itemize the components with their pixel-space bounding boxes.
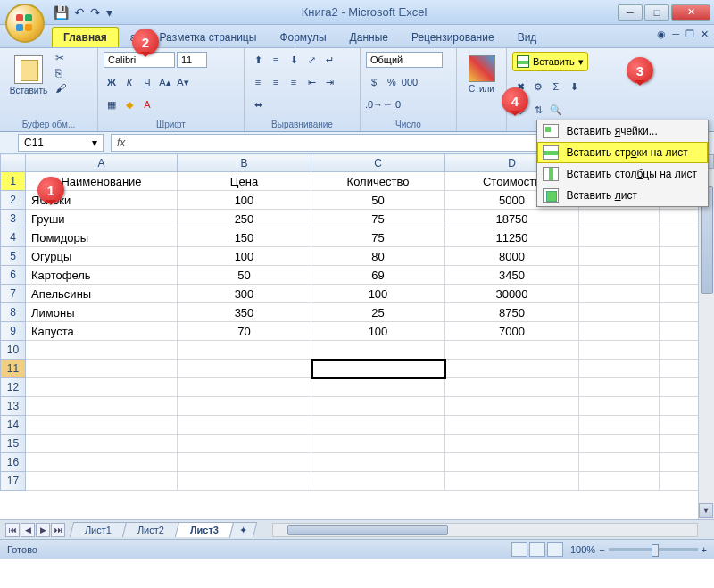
cell-C9[interactable]: 100 — [311, 322, 445, 341]
decrease-decimal-button[interactable]: ←.0 — [384, 96, 400, 112]
tab-view[interactable]: Вид — [506, 27, 549, 47]
cell-C2[interactable]: 50 — [311, 191, 445, 210]
cell-D9[interactable]: 7000 — [445, 322, 579, 341]
cut-icon[interactable]: ✂ — [55, 52, 66, 64]
prev-sheet-button[interactable]: ◀ — [21, 523, 35, 537]
copy-icon[interactable]: ⎘ — [55, 67, 66, 79]
next-sheet-button[interactable]: ▶ — [36, 523, 50, 537]
styles-button[interactable]: Стили — [462, 52, 501, 94]
maximize-button[interactable]: □ — [644, 4, 669, 21]
row-header-5[interactable]: 5 — [1, 247, 26, 266]
zoom-in-button[interactable]: + — [702, 544, 707, 555]
row-header-12[interactable]: 12 — [1, 378, 26, 397]
autosum-button[interactable]: Σ — [548, 79, 564, 95]
zoom-level[interactable]: 100% — [570, 544, 595, 555]
sheet-tab-3[interactable]: Лист3 — [175, 522, 234, 537]
row-header-3[interactable]: 3 — [1, 210, 26, 228]
format-painter-icon[interactable]: 🖌 — [55, 82, 66, 95]
increase-decimal-button[interactable]: .0→ — [366, 96, 382, 112]
tab-page-layout[interactable]: Разметка страницы — [148, 27, 269, 47]
row-header-1[interactable]: 1 — [1, 172, 26, 191]
row-header-13[interactable]: 13 — [1, 397, 26, 416]
tab-formulas[interactable]: Формулы — [268, 27, 337, 47]
format-button[interactable]: ⚙ — [530, 79, 546, 95]
bold-button[interactable]: Ж — [104, 74, 120, 90]
cell-C11[interactable] — [311, 360, 445, 378]
row-header-17[interactable]: 17 — [1, 472, 26, 491]
undo-icon[interactable]: ↶ — [74, 5, 85, 20]
first-sheet-button[interactable]: ⏮ — [5, 523, 20, 537]
fill-button[interactable]: ⬇ — [566, 79, 582, 95]
view-page-break-button[interactable] — [547, 542, 563, 557]
number-format-select[interactable] — [366, 52, 443, 68]
cell-D4[interactable]: 11250 — [445, 228, 579, 247]
comma-button[interactable]: 000 — [402, 74, 418, 90]
cell-C7[interactable]: 100 — [311, 285, 445, 303]
cell-B2[interactable]: 100 — [178, 191, 311, 210]
close-button[interactable]: ✕ — [671, 4, 710, 21]
insert-cells-split-button[interactable]: Вставить ▾ — [512, 52, 588, 71]
scroll-down-icon[interactable]: ▼ — [699, 503, 713, 518]
tab-home[interactable]: Главная — [52, 27, 119, 47]
name-box[interactable]: C11 ▾ — [18, 134, 104, 152]
cell-B1[interactable]: Цена — [178, 172, 311, 191]
row-header-9[interactable]: 9 — [1, 322, 26, 341]
last-sheet-button[interactable]: ⏭ — [51, 523, 65, 537]
row-header-2[interactable]: 2 — [1, 191, 26, 210]
cell-A6[interactable]: Картофель — [26, 266, 178, 285]
zoom-slider[interactable] — [609, 548, 698, 551]
increase-indent-button[interactable]: ⇥ — [321, 74, 337, 90]
cell-A4[interactable]: Помидоры — [26, 228, 178, 247]
view-normal-button[interactable] — [511, 542, 527, 557]
cell-C3[interactable]: 75 — [311, 210, 445, 228]
underline-button[interactable]: Ч — [139, 74, 155, 90]
cell-B6[interactable]: 50 — [178, 266, 311, 285]
align-top-button[interactable]: ⬆ — [250, 52, 266, 68]
doc-close-icon[interactable]: ✕ — [701, 29, 709, 40]
menu-insert-sheet[interactable]: Вставить лист — [537, 185, 708, 206]
row-header-7[interactable]: 7 — [1, 285, 26, 303]
new-sheet-button[interactable]: ✦ — [229, 522, 257, 538]
cell-A9[interactable]: Капуста — [26, 322, 178, 341]
align-bottom-button[interactable]: ⬇ — [286, 52, 302, 68]
col-header-A[interactable]: A — [26, 154, 178, 172]
grow-font-button[interactable]: A▴ — [157, 74, 173, 90]
fx-icon[interactable]: fx — [117, 137, 125, 149]
menu-insert-cells[interactable]: Вставить ячейки... — [537, 120, 708, 142]
row-header-8[interactable]: 8 — [1, 303, 26, 322]
menu-insert-rows[interactable]: Вставить строки на лист — [537, 142, 708, 163]
cell-A8[interactable]: Лимоны — [26, 303, 178, 322]
tab-data[interactable]: Данные — [338, 27, 400, 47]
cell-D8[interactable]: 8750 — [445, 303, 579, 322]
menu-insert-columns[interactable]: Вставить столбцы на лист — [537, 163, 708, 185]
merge-button[interactable]: ⬌ — [250, 96, 267, 112]
row-header-14[interactable]: 14 — [1, 416, 26, 435]
horizontal-scrollbar[interactable] — [272, 523, 698, 537]
zoom-out-button[interactable]: − — [599, 544, 604, 555]
cell-B4[interactable]: 150 — [178, 228, 311, 247]
cell-C5[interactable]: 80 — [311, 247, 445, 266]
paste-button[interactable]: Вставить — [5, 52, 52, 95]
spreadsheet-grid[interactable]: A B C D E F 1 Наименование Цена Количест… — [0, 153, 714, 519]
qat-dropdown-icon[interactable]: ▾ — [106, 5, 112, 20]
sheet-tab-2[interactable]: Лист2 — [122, 522, 179, 537]
sort-filter-button[interactable]: ⇅ — [530, 102, 546, 118]
align-left-button[interactable]: ≡ — [250, 74, 266, 90]
wrap-text-button[interactable]: ↵ — [321, 52, 337, 68]
shrink-font-button[interactable]: A▾ — [175, 74, 191, 90]
cell-C8[interactable]: 25 — [311, 303, 445, 322]
fill-color-button[interactable]: ◆ — [121, 96, 137, 112]
percent-button[interactable]: % — [384, 74, 400, 90]
italic-button[interactable]: К — [121, 74, 137, 90]
cell-D7[interactable]: 30000 — [445, 285, 579, 303]
col-header-C[interactable]: C — [311, 154, 445, 172]
cell-C6[interactable]: 69 — [311, 266, 445, 285]
sheet-tab-1[interactable]: Лист1 — [70, 522, 127, 537]
help-icon[interactable]: ◉ — [657, 29, 666, 40]
font-color-button[interactable]: A — [139, 96, 155, 112]
row-header-6[interactable]: 6 — [1, 266, 26, 285]
cell-A5[interactable]: Огурцы — [26, 247, 178, 266]
row-header-10[interactable]: 10 — [1, 341, 26, 360]
cell-C1[interactable]: Количество — [311, 172, 445, 191]
select-all-corner[interactable] — [1, 154, 26, 172]
